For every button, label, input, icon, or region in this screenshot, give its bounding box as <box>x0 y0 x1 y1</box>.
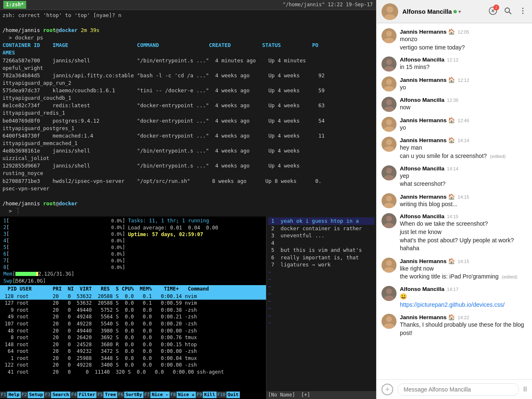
svg-line-7 <box>509 12 511 14</box>
htop-top: 1[ 0.0%] 2[ 0.0%] 3[ 0.0%] 4[ <box>0 217 266 285</box>
htop-f7[interactable]: F7Nice - <box>143 391 170 399</box>
msg-body-6: Jannis Hermanns 🏠 14:14 hey man can u yo… <box>400 137 527 160</box>
vim-line-2: 2 docker container is rather <box>268 225 374 232</box>
terminal-title-right: "/home/jannis" 12:22 19-Sep-17 <box>283 1 373 8</box>
term-line: 575dea97dc37 klaemo/couchdb:1.6.1 "tini … <box>2 87 374 94</box>
msg-header-1: Jannis Hermanns 🏠 12:05 <box>400 28 527 35</box>
notification-icon-wrap[interactable]: 2 <box>489 7 497 17</box>
term-line: > █ <box>2 207 374 215</box>
msg-body-1: Jannis Hermanns 🏠 12:05 monzo vertigo so… <box>400 28 527 52</box>
vim-line-5: 5 but this is vim and what's <box>268 246 374 254</box>
vim-panel: 1 yeah ok i guess htop in a 2 docker con… <box>266 217 376 399</box>
message-group-5: Jannis Hermanns 🏠 12:46 yo <box>377 115 532 134</box>
term-line: rusting_noyce <box>2 170 374 177</box>
proc-row-64: 64 root 20 0 49232 3472 S 0.0 0.0 0:00.0… <box>0 348 266 355</box>
msg-header-8: Jannis Hermanns 🏠 14:15 <box>400 193 527 200</box>
term-line: b27088771be3 hwdsl2/ipsec-vpn-server "/o… <box>2 177 374 185</box>
svg-point-39 <box>386 260 392 266</box>
svg-point-33 <box>386 196 392 202</box>
message-group-1: Jannis Hermanns 🏠 12:05 monzo vertigo so… <box>377 27 532 53</box>
chevron-down-icon[interactable]: ▾ <box>458 9 461 15</box>
proc-row-41: 41 root 20 0 0 11140 320 S 0.0 0.0 0:00.… <box>0 369 266 376</box>
htop-f2[interactable]: F2Setup <box>21 391 44 399</box>
message-group-2: Alfonso Mancilla 12:12 in 15 mins? <box>377 55 532 73</box>
online-indicator <box>453 10 457 13</box>
chat-messages[interactable]: Jannis Hermanns 🏠 12:05 monzo vertigo so… <box>377 23 532 379</box>
term-line: zsh: correct 'htop' to 'top' [nyae]? n <box>2 12 374 19</box>
term-line: /home/jannis root@docker <box>2 200 374 207</box>
cpu-row-4: 4[ 0.0%] <box>3 237 125 244</box>
htop-f3[interactable]: F3Search <box>44 391 70 399</box>
avatar-alfonso-4 <box>382 213 397 228</box>
msg-header-2: Alfonso Mancilla 12:12 <box>400 57 527 63</box>
svg-point-21 <box>386 99 392 105</box>
avatar-jannis-1 <box>382 28 397 43</box>
send-button[interactable]: ll <box>523 386 527 393</box>
htop-f1[interactable]: F1Help <box>0 391 21 399</box>
avatar-jannis-2 <box>382 76 397 91</box>
msg-body-3: Jannis Hermanns 🏠 12:12 yo <box>400 76 527 92</box>
message-group-8: Jannis Hermanns 🏠 14:15 writing this blo… <box>377 192 532 210</box>
chat-contact-name: Alfonso Mancilla <box>402 8 452 15</box>
term-line: ittyapiguard_redis_1 <box>2 109 374 117</box>
term-line: AMES <box>2 49 374 57</box>
msg-body-4: Alfonso Mancilla 12:36 now <box>400 97 527 112</box>
msg-header-7: Alfonso Mancilla 14:14 <box>400 165 527 172</box>
svg-point-10 <box>522 12 524 14</box>
title-bar: 1:zsh* "/home/jannis" 12:22 19-Sep-17 <box>0 0 376 10</box>
svg-point-42 <box>386 288 392 294</box>
cpu-row-3: 3[ 0.0%] <box>3 231 125 237</box>
msg-body-2: Alfonso Mancilla 12:12 in 15 mins? <box>400 57 527 71</box>
vim-tilde-1: ~ <box>268 268 374 276</box>
message-group-4: Alfonso Mancilla 12:36 now <box>377 95 532 113</box>
term-line <box>2 19 374 27</box>
vim-status: [No Name] [+] <box>266 391 376 399</box>
htop-f5[interactable]: F5Tree <box>96 391 117 399</box>
chat-input-area: + ll <box>377 379 532 399</box>
cpu-row-5: 5[ 0.0%] <box>3 244 125 251</box>
term-line: 6400f548730f memcached:1.4 "docker-entry… <box>2 132 374 140</box>
notification-badge: 2 <box>493 5 499 10</box>
term-line <box>2 192 374 200</box>
search-icon-wrap[interactable] <box>504 7 512 17</box>
more-options-icon[interactable] <box>519 7 527 17</box>
message-group-12: Jannis Hermanns 🏠 14:22 Thanks, I should… <box>377 312 532 339</box>
term-line: 782a364b84d5 jannis/api.fitty.co:stable … <box>2 72 374 79</box>
htop-panel: 1[ 0.0%] 2[ 0.0%] 3[ 0.0%] 4[ <box>0 217 266 399</box>
svg-point-36 <box>386 216 392 222</box>
vim-content: 1 yeah ok i guess htop in a 2 docker con… <box>266 217 376 391</box>
htop-processes: 128 root 20 0 53632 20588 S 0.0 0.1 0:00… <box>0 293 266 391</box>
vim-tilde-4: ~ <box>268 290 374 298</box>
term-line: ittyapiguard_couchdb_1 <box>2 94 374 102</box>
avatar <box>382 3 398 20</box>
htop-f6[interactable]: F6SortBy <box>117 391 143 399</box>
svg-point-6 <box>505 8 510 12</box>
htop-f10[interactable]: F10Quit <box>217 391 240 399</box>
htop-f9[interactable]: F9Kill <box>196 391 217 399</box>
message-group-11: Alfonso Mancilla 14:17 😀 https://picture… <box>377 284 532 310</box>
vim-tilde-5: ~ <box>268 298 374 305</box>
svg-point-30 <box>386 168 392 174</box>
proc-row-8: 8 root 20 0 26420 3692 S 0.0 0.0 0:00.76… <box>0 334 266 341</box>
msg-header-9: Alfonso Mancilla 14:15 <box>400 213 527 219</box>
vim-tilde-8: ~ <box>268 319 374 327</box>
svg-point-1 <box>387 6 393 13</box>
message-group-6: Jannis Hermanns 🏠 14:14 hey man can u yo… <box>377 135 532 162</box>
avatar-alfonso-3 <box>382 165 397 180</box>
avatar-alfonso-2 <box>382 97 397 112</box>
message-input[interactable] <box>397 383 519 396</box>
swp-row: Swp[56K/16.0G] <box>3 278 125 285</box>
htop-footer: F1Help F2Setup F3Search F4Filter F5Tree … <box>0 391 266 399</box>
htop-f4[interactable]: F4Filter <box>70 391 96 399</box>
proc-row-127: 127 root 20 0 53632 20588 S 0.0 0.1 0:00… <box>0 300 266 307</box>
svg-point-24 <box>386 119 392 125</box>
terminal-tab-label: 1:zsh* <box>3 1 26 9</box>
add-attachment-button[interactable]: + <box>382 384 393 395</box>
chat-name-row: Alfonso Mancilla ▾ <box>402 8 489 15</box>
cpu-row-8: 8[ 0.0%] <box>3 264 125 271</box>
htop-f8[interactable]: F8Nice + <box>170 391 196 399</box>
message-group-3: Jannis Hermanns 🏠 12:12 yo <box>377 75 532 94</box>
message-group-10: Jannis Hermanns 🏠 14:15 like right now t… <box>377 256 532 283</box>
devices-css-link[interactable]: https://picturepan2.github.io/devices.cs… <box>400 301 505 308</box>
avatar-alfonso-1 <box>382 57 397 71</box>
